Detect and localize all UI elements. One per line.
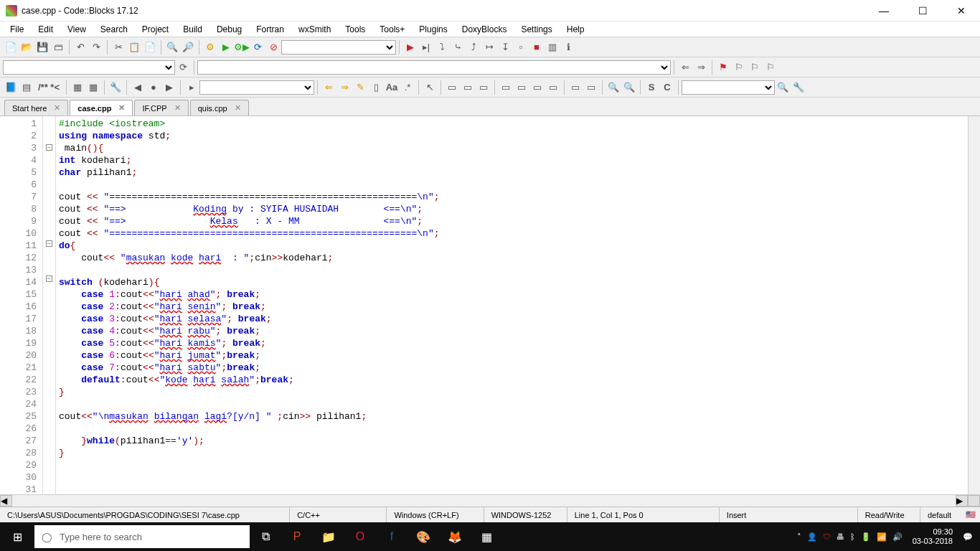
tab-close-icon[interactable]: ✕: [54, 103, 60, 113]
redo-icon[interactable]: ↷: [88, 39, 104, 55]
next-line-icon[interactable]: ⤵: [434, 39, 450, 55]
c-icon[interactable]: C: [659, 80, 675, 95]
debug-run-icon[interactable]: ▶: [402, 39, 418, 55]
tray-up-icon[interactable]: ˄: [797, 532, 801, 542]
bookmark-flag-icon[interactable]: ⚑: [715, 60, 731, 75]
vertical-scrollbar[interactable]: [968, 116, 980, 494]
regex-icon[interactable]: .*: [400, 80, 415, 95]
s-icon[interactable]: S: [644, 80, 659, 95]
search-combo[interactable]: [682, 80, 775, 95]
menu-plugins[interactable]: Plugins: [412, 23, 454, 36]
step-instr-icon[interactable]: ↧: [497, 39, 513, 55]
abort-icon[interactable]: ⊘: [265, 39, 281, 55]
menu-wxsmith[interactable]: wxSmith: [291, 23, 338, 36]
bookmark-clear-icon[interactable]: ⚐: [763, 60, 778, 75]
tray-av-icon[interactable]: 🛡: [823, 532, 831, 541]
doxy-icon[interactable]: 📘: [3, 80, 19, 95]
menu-build[interactable]: Build: [176, 23, 209, 36]
fortran-select[interactable]: [199, 80, 314, 95]
menu-tools+[interactable]: Tools+: [372, 23, 412, 36]
firefox-icon[interactable]: 🦊: [439, 522, 471, 551]
tab-close-icon[interactable]: ✕: [174, 103, 181, 113]
doxy-run-icon[interactable]: ▦: [70, 80, 85, 95]
doxy-comment-icon[interactable]: /** *<: [34, 80, 63, 95]
horizontal-scrollbar[interactable]: ◀▶: [0, 494, 980, 507]
start-button[interactable]: ⊞: [0, 522, 34, 551]
zoom-out-icon[interactable]: 🔍: [621, 80, 637, 95]
tab-quis-cpp[interactable]: quis.cpp✕: [190, 100, 249, 116]
block6-icon[interactable]: ▭: [529, 80, 545, 95]
tray-volume-icon[interactable]: 🔊: [892, 532, 903, 542]
build-icon[interactable]: ⚙: [202, 39, 218, 55]
paste-icon[interactable]: 📄: [142, 39, 158, 55]
block4-icon[interactable]: ▭: [498, 80, 514, 95]
search-go-icon[interactable]: 🔍: [775, 80, 791, 95]
save-all-icon[interactable]: 🗃: [50, 39, 66, 55]
debug-windows-icon[interactable]: ▥: [545, 39, 560, 55]
menu-view[interactable]: View: [60, 23, 93, 36]
facebook-icon[interactable]: f: [376, 522, 407, 551]
open-file-icon[interactable]: 📂: [19, 39, 34, 55]
close-button[interactable]: ✕: [948, 5, 974, 17]
menu-fortran[interactable]: Fortran: [249, 23, 291, 36]
menu-doxyblocks[interactable]: DoxyBlocks: [455, 23, 514, 36]
file-explorer-icon[interactable]: 📁: [313, 522, 344, 551]
menu-search[interactable]: Search: [93, 23, 135, 36]
step-out-icon[interactable]: ⤴: [466, 39, 481, 55]
tray-printer-icon[interactable]: 🖶: [837, 532, 844, 541]
doxy-block-icon[interactable]: ▤: [19, 80, 34, 95]
find-icon[interactable]: 🔍: [164, 39, 180, 55]
cut-icon[interactable]: ✂: [110, 39, 126, 55]
nav-fwd-icon[interactable]: ⇒: [693, 60, 709, 75]
zoom-in-icon[interactable]: 🔍: [606, 80, 621, 95]
tray-wifi-icon[interactable]: 📶: [877, 532, 887, 542]
opera-icon[interactable]: O: [344, 522, 376, 551]
bookmark-prev-icon[interactable]: ⚐: [731, 60, 747, 75]
tray-battery-icon[interactable]: 🔋: [861, 532, 871, 542]
doxy-settings-icon[interactable]: 🔧: [108, 80, 123, 95]
block5-icon[interactable]: ▭: [514, 80, 529, 95]
rebuild-icon[interactable]: ⟳: [250, 39, 265, 55]
menu-project[interactable]: Project: [135, 23, 176, 36]
paint-icon[interactable]: 🎨: [407, 522, 439, 551]
copy-icon[interactable]: 📋: [126, 39, 142, 55]
block8-icon[interactable]: ▭: [567, 80, 583, 95]
minimize-button[interactable]: —: [871, 5, 897, 17]
undo-icon[interactable]: ↶: [72, 39, 88, 55]
menu-debug[interactable]: Debug: [209, 23, 249, 36]
build-target-select[interactable]: [281, 40, 396, 55]
tray-bluetooth-icon[interactable]: ᛒ: [850, 532, 855, 541]
jump-mark-icon[interactable]: ●: [146, 80, 161, 95]
menu-settings[interactable]: Settings: [514, 23, 559, 36]
system-tray[interactable]: ˄ 👤 🛡 🖶 ᛒ 🔋 📶 🔊 09:30 03-03-2018 💬: [797, 527, 980, 546]
break-icon[interactable]: ▫: [513, 39, 529, 55]
select-icon[interactable]: ↖: [422, 80, 438, 95]
taskbar-search[interactable]: ◯ Type here to search: [34, 525, 250, 548]
jump-back-icon[interactable]: ◀: [130, 80, 146, 95]
block1-icon[interactable]: ▭: [444, 80, 460, 95]
hl-fwd-icon[interactable]: ⇒: [336, 80, 352, 95]
next-instr-icon[interactable]: ↦: [481, 39, 497, 55]
block2-icon[interactable]: ▭: [460, 80, 476, 95]
replace-icon[interactable]: 🔎: [180, 39, 196, 55]
menu-edit[interactable]: Edit: [31, 23, 60, 36]
run-to-cursor-icon[interactable]: ▸|: [418, 39, 434, 55]
nav-back-icon[interactable]: ⇐: [677, 60, 693, 75]
doxy-html-icon[interactable]: ▦: [85, 80, 101, 95]
tab-close-icon[interactable]: ✕: [235, 103, 241, 113]
menu-help[interactable]: Help: [560, 23, 592, 36]
taskbar-clock[interactable]: 09:30 03-03-2018: [908, 527, 957, 546]
maximize-button[interactable]: ☐: [910, 5, 936, 17]
save-icon[interactable]: 💾: [34, 39, 50, 55]
menu-file[interactable]: File: [3, 23, 31, 36]
build-run-icon[interactable]: ⚙▶: [234, 39, 250, 55]
tray-people-icon[interactable]: 👤: [807, 532, 817, 542]
stop-icon[interactable]: ■: [529, 39, 545, 55]
info-icon[interactable]: ℹ: [560, 39, 576, 55]
scope-select[interactable]: [3, 60, 175, 75]
new-file-icon[interactable]: 📄: [3, 39, 19, 55]
tab-close-icon[interactable]: ✕: [118, 103, 125, 113]
toggle-case-icon[interactable]: Aa: [384, 80, 400, 95]
refresh-icon[interactable]: ⟳: [175, 60, 191, 75]
hl-clear-icon[interactable]: ▯: [368, 80, 384, 95]
